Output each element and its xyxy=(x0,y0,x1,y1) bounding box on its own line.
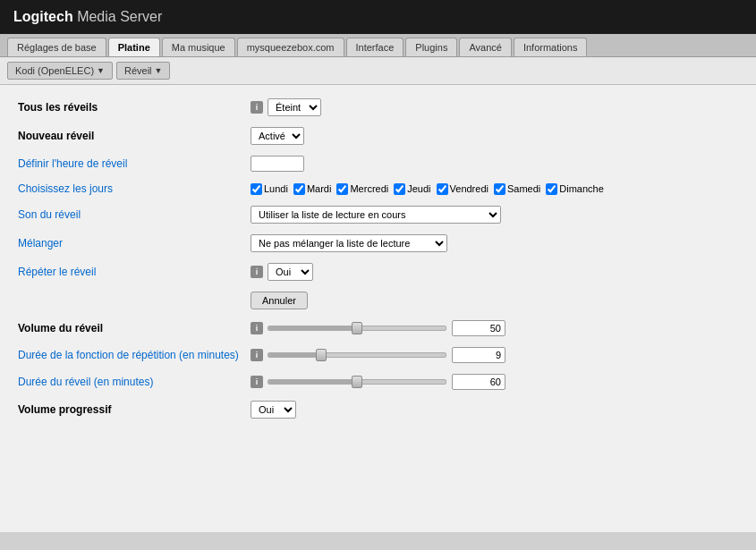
tab-informations[interactable]: Informations xyxy=(514,38,588,56)
duree-repetition-row: Durée de la fonction de répétition (en m… xyxy=(18,347,738,363)
duree-reveil-slider-container xyxy=(268,374,505,390)
day-jeudi[interactable]: Jeudi xyxy=(394,183,430,195)
checkbox-vendredi[interactable] xyxy=(437,183,448,195)
info-icon-duree-rev[interactable]: i xyxy=(251,376,263,388)
day-samedi[interactable]: Samedi xyxy=(494,183,540,195)
main-tab-bar: Réglages de base Platine Ma musique mysq… xyxy=(0,34,756,57)
volume-progressif-row: Volume progressif Oui Non xyxy=(18,401,738,419)
volume-slider-track[interactable] xyxy=(268,326,446,331)
info-icon-duree-rep[interactable]: i xyxy=(251,349,263,361)
day-dimanche[interactable]: Dimanche xyxy=(546,183,604,195)
day-mardi[interactable]: Mardi xyxy=(293,183,332,195)
sub-tab-kodi-label: Kodi (OpenELEC) xyxy=(15,65,94,76)
app-subtitle: Media Server xyxy=(77,9,162,24)
volume-slider-container xyxy=(268,320,505,336)
melanger-select[interactable]: Ne pas mélanger la liste de lecture Méla… xyxy=(251,234,447,252)
info-icon-repeter[interactable]: i xyxy=(251,266,263,278)
app-header: Logitech Media Server xyxy=(0,0,756,34)
son-reveil-label: Son du réveil xyxy=(18,208,251,221)
duree-repetition-slider-fill xyxy=(268,353,321,357)
duree-reveil-label: Durée du réveil (en minutes) xyxy=(18,376,251,388)
duree-reveil-slider-track[interactable] xyxy=(268,379,446,385)
duree-repetition-value-input[interactable] xyxy=(452,347,505,363)
heure-reveil-input[interactable] xyxy=(251,156,304,172)
volume-slider-fill xyxy=(268,326,357,330)
chevron-down-icon: ▼ xyxy=(97,66,105,75)
duree-reveil-slider-fill xyxy=(268,380,357,384)
duree-reveil-row: Durée du réveil (en minutes) i xyxy=(18,374,738,390)
tab-avance[interactable]: Avancé xyxy=(459,38,512,56)
volume-progressif-select[interactable]: Oui Non xyxy=(251,401,296,419)
volume-reveil-label: Volume du réveil xyxy=(18,322,251,334)
duree-repetition-slider-container xyxy=(268,347,505,363)
tab-reglages[interactable]: Réglages de base xyxy=(7,38,106,56)
checkbox-mercredi[interactable] xyxy=(336,183,348,195)
son-reveil-row: Son du réveil Utiliser la liste de lectu… xyxy=(18,206,738,224)
melanger-label: Mélanger xyxy=(18,237,251,250)
tous-reveils-row: Tous les réveils i Éteint Activé xyxy=(18,98,738,116)
son-reveil-select[interactable]: Utiliser la liste de lecture en cours xyxy=(251,206,501,224)
sub-tab-reveil[interactable]: Réveil ▼ xyxy=(116,62,171,80)
choisissez-jours-row: Choisissez les jours Lundi Mardi Mercred… xyxy=(18,182,738,195)
nouveau-reveil-select[interactable]: Activé Éteint xyxy=(251,127,304,145)
nouveau-reveil-label: Nouveau réveil xyxy=(18,130,251,142)
checkbox-dimanche[interactable] xyxy=(546,183,557,195)
melanger-row: Mélanger Ne pas mélanger la liste de lec… xyxy=(18,234,738,252)
volume-progressif-label: Volume progressif xyxy=(18,403,251,416)
day-mercredi[interactable]: Mercredi xyxy=(336,183,388,195)
heure-reveil-label: Définir l'heure de réveil xyxy=(18,157,251,170)
tab-interface[interactable]: Interface xyxy=(346,38,404,56)
tab-mysqueeze[interactable]: mysqueezebox.com xyxy=(237,38,344,56)
checkbox-jeudi[interactable] xyxy=(394,183,405,195)
sub-tab-bar: Kodi (OpenELEC) ▼ Réveil ▼ xyxy=(0,57,756,85)
checkbox-samedi[interactable] xyxy=(494,183,505,195)
repeter-reveil-row: Répéter le réveil i Oui Non xyxy=(18,263,738,281)
tab-plugins[interactable]: Plugins xyxy=(405,38,457,56)
heure-reveil-row: Définir l'heure de réveil xyxy=(18,156,738,172)
duree-reveil-value-input[interactable] xyxy=(452,374,505,390)
repeter-reveil-label: Répéter le réveil xyxy=(18,266,251,278)
cancel-button[interactable]: Annuler xyxy=(251,292,308,309)
choisissez-jours-label: Choisissez les jours xyxy=(18,182,251,195)
volume-slider-thumb[interactable] xyxy=(352,322,362,334)
sub-tab-reveil-label: Réveil xyxy=(124,65,152,76)
content-area: Tous les réveils i Éteint Activé Nouveau… xyxy=(0,85,756,532)
brand-name: Logitech xyxy=(13,9,73,24)
volume-reveil-row: Volume du réveil i xyxy=(18,320,738,336)
duree-repetition-slider-thumb[interactable] xyxy=(316,349,327,361)
info-icon-volume[interactable]: i xyxy=(251,322,263,334)
duree-repetition-slider-track[interactable] xyxy=(268,352,446,358)
duree-repetition-label: Durée de la fonction de répétition (en m… xyxy=(18,349,251,361)
tab-mamusique[interactable]: Ma musique xyxy=(162,38,235,56)
repeter-reveil-select[interactable]: Oui Non xyxy=(268,263,313,281)
day-vendredi[interactable]: Vendredi xyxy=(437,183,488,195)
duree-reveil-slider-thumb[interactable] xyxy=(352,376,362,388)
volume-value-input[interactable] xyxy=(452,320,505,336)
day-lundi[interactable]: Lundi xyxy=(251,183,288,195)
tous-reveils-select[interactable]: Éteint Activé xyxy=(268,98,321,116)
tab-platine[interactable]: Platine xyxy=(108,38,160,56)
cancel-row: Annuler xyxy=(18,292,738,309)
checkbox-mardi[interactable] xyxy=(293,183,305,195)
sub-tab-kodi[interactable]: Kodi (OpenELEC) ▼ xyxy=(7,62,113,80)
info-icon[interactable]: i xyxy=(251,101,263,114)
chevron-down-icon: ▼ xyxy=(155,66,163,75)
checkbox-lundi[interactable] xyxy=(251,183,262,195)
nouveau-reveil-row: Nouveau réveil Activé Éteint xyxy=(18,127,738,145)
tous-reveils-label: Tous les réveils xyxy=(18,101,251,114)
days-checkboxes: Lundi Mardi Mercredi Jeudi Vendredi Same… xyxy=(251,183,604,195)
